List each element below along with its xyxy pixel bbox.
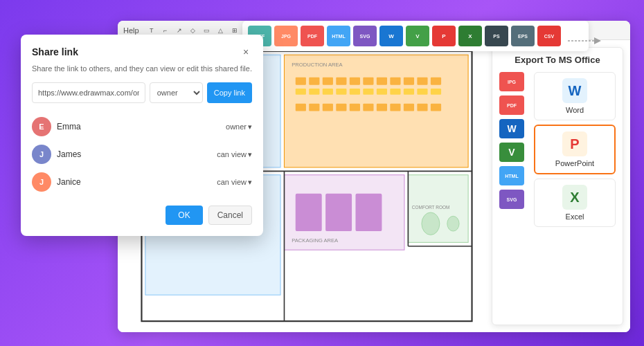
svg-point-52 — [422, 212, 440, 235]
export-small-svg[interactable]: SVG — [499, 190, 524, 209]
format-csv[interactable]: CSV — [537, 26, 561, 46]
export-small-pdf[interactable]: PDF — [499, 95, 524, 115]
format-pdf[interactable]: PDF — [301, 26, 324, 46]
svg-rect-33 — [390, 104, 400, 111]
export-small-html[interactable]: HTML — [499, 166, 524, 185]
dialog-header: Share link × — [32, 46, 252, 58]
user-role-emma[interactable]: owner ▾ — [226, 122, 252, 131]
user-role-james[interactable]: can view ▾ — [217, 150, 252, 159]
export-excel-item[interactable]: X Excel — [534, 179, 616, 227]
svg-rect-17 — [323, 89, 333, 95]
svg-rect-14 — [431, 78, 441, 85]
svg-rect-36 — [431, 104, 441, 111]
user-name-janice: Janice — [57, 177, 211, 187]
svg-rect-22 — [390, 89, 400, 95]
format-html[interactable]: HTML — [327, 26, 350, 46]
svg-text:PRODUCTION AREA: PRODUCTION AREA — [292, 62, 343, 68]
svg-rect-10 — [377, 78, 387, 85]
user-name-emma: Emma — [57, 122, 220, 131]
format-svg[interactable]: SVG — [353, 26, 377, 46]
dialog-title: Share link — [32, 46, 78, 57]
svg-point-53 — [447, 216, 459, 231]
svg-rect-34 — [404, 104, 414, 111]
help-label: Help — [123, 26, 139, 35]
svg-rect-26 — [296, 104, 306, 111]
format-powerpoint[interactable]: P — [432, 26, 456, 46]
svg-rect-25 — [431, 89, 441, 95]
user-avatar-emma: E — [32, 117, 51, 136]
link-input[interactable] — [32, 82, 145, 103]
user-row-emma: E Emma owner ▾ — [32, 113, 252, 140]
export-panel: Export To MS Office IPG PDF W V HTML SVG — [492, 47, 623, 325]
format-toolbar: TIFF JPG PDF HTML SVG W V P X PS EPS CSV — [242, 21, 589, 51]
powerpoint-icon-box: P — [562, 131, 587, 156]
format-word[interactable]: W — [379, 26, 403, 46]
dialog-subtitle: Share the link to others, and they can v… — [32, 64, 252, 74]
svg-rect-12 — [404, 78, 414, 85]
svg-rect-23 — [404, 89, 414, 95]
export-word-label: Word — [566, 106, 584, 114]
svg-rect-19 — [350, 89, 360, 95]
share-dialog: Share link × Share the link to others, a… — [21, 35, 263, 236]
format-visio[interactable]: V — [406, 26, 429, 46]
svg-rect-11 — [390, 78, 400, 85]
svg-rect-7 — [336, 78, 346, 85]
svg-rect-31 — [363, 104, 373, 111]
svg-rect-48 — [325, 194, 352, 231]
svg-rect-6 — [323, 78, 333, 85]
word-icon: W — [569, 83, 582, 99]
format-excel[interactable]: X — [458, 26, 482, 46]
user-row-james: J James can view ▾ — [32, 140, 252, 168]
user-row-janice: J Janice can view ▾ — [32, 168, 252, 196]
link-row: owner can view can edit Copy link — [32, 82, 252, 103]
svg-rect-13 — [417, 78, 427, 85]
svg-marker-0 — [594, 37, 601, 44]
user-avatar-janice: J — [32, 172, 51, 192]
export-excel-label: Excel — [566, 212, 584, 221]
powerpoint-icon: P — [570, 136, 579, 152]
link-role-select[interactable]: owner can view can edit — [150, 82, 203, 103]
ok-button[interactable]: OK — [166, 206, 202, 225]
cancel-button[interactable]: Cancel — [208, 206, 252, 225]
export-word-item[interactable]: W Word — [534, 72, 616, 120]
format-ps[interactable]: PS — [485, 26, 508, 46]
user-avatar-james: J — [32, 145, 51, 164]
svg-rect-8 — [350, 78, 360, 85]
arrow-indicator — [560, 30, 594, 44]
svg-rect-47 — [296, 194, 322, 231]
user-role-janice[interactable]: can view ▾ — [217, 178, 252, 187]
excel-icon-box: X — [562, 185, 587, 210]
excel-icon: X — [570, 190, 579, 206]
svg-rect-29 — [336, 104, 346, 111]
svg-rect-35 — [417, 104, 427, 111]
export-panel-title: Export To MS Office — [499, 55, 616, 65]
format-jpg[interactable]: JPG — [274, 26, 298, 46]
svg-rect-49 — [355, 194, 382, 231]
export-small-v[interactable]: V — [499, 143, 524, 162]
user-name-james: James — [57, 149, 211, 159]
svg-rect-18 — [336, 89, 346, 95]
svg-rect-24 — [417, 89, 427, 95]
svg-rect-20 — [363, 89, 373, 95]
export-powerpoint-label: PowerPoint — [555, 159, 594, 167]
svg-rect-16 — [309, 89, 319, 95]
dialog-footer: OK Cancel — [32, 206, 252, 225]
format-eps[interactable]: EPS — [511, 26, 535, 46]
copy-link-button[interactable]: Copy link — [207, 82, 252, 103]
svg-text:COMFORT ROOM: COMFORT ROOM — [412, 205, 450, 210]
svg-rect-9 — [363, 78, 373, 85]
svg-rect-21 — [377, 89, 387, 95]
export-small-w[interactable]: W — [499, 119, 524, 138]
svg-rect-4 — [296, 78, 306, 85]
svg-rect-28 — [323, 104, 333, 111]
svg-rect-15 — [296, 89, 306, 95]
svg-text:PACKAGING AREA: PACKAGING AREA — [292, 237, 339, 244]
svg-rect-5 — [309, 78, 319, 85]
svg-rect-27 — [309, 104, 319, 111]
word-icon-box: W — [562, 78, 587, 103]
export-small-ipg[interactable]: IPG — [499, 72, 524, 91]
export-powerpoint-item[interactable]: P PowerPoint — [534, 125, 616, 174]
svg-rect-32 — [377, 104, 387, 111]
svg-rect-30 — [350, 104, 360, 111]
dialog-close-button[interactable]: × — [240, 46, 252, 58]
